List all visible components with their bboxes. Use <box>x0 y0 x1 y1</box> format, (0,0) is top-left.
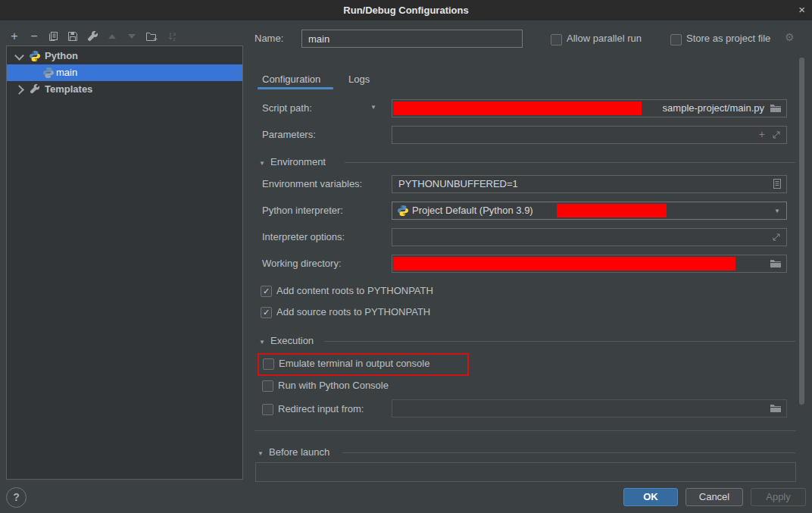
help-icon: ? <box>13 491 20 503</box>
save-configuration-button[interactable] <box>64 28 81 45</box>
before-launch-collapse-icon[interactable]: ▼ <box>258 450 264 457</box>
wrench-icon <box>30 84 40 95</box>
working-directory-input[interactable] <box>392 255 787 273</box>
execution-section-title[interactable]: Execution <box>270 335 314 346</box>
parameters-input[interactable]: + <box>392 126 787 144</box>
folder-icon[interactable] <box>770 103 782 113</box>
tab-configuration[interactable]: Configuration <box>262 74 320 85</box>
copy-icon <box>48 31 58 42</box>
interpreter-options-input[interactable] <box>392 228 787 246</box>
vertical-scrollbar-thumb[interactable] <box>799 58 804 405</box>
redaction-block <box>557 204 667 217</box>
emulate-terminal-checkbox[interactable] <box>263 358 274 370</box>
environment-section-collapse-icon[interactable]: ▼ <box>259 160 265 167</box>
environment-variables-label: Environment variables: <box>262 178 362 189</box>
plus-icon: + <box>11 29 17 44</box>
redirect-input-checkbox[interactable] <box>262 404 273 415</box>
active-tab-underline <box>258 87 333 89</box>
apply-button[interactable]: Apply <box>751 488 806 506</box>
folder-icon[interactable] <box>770 403 782 413</box>
execution-section-collapse-icon[interactable]: ▼ <box>259 339 265 346</box>
section-divider <box>324 341 795 342</box>
parameters-label: Parameters: <box>262 129 316 140</box>
minus-icon: − <box>30 29 37 44</box>
move-down-icon <box>128 34 136 39</box>
browse-variables-icon[interactable] <box>773 178 782 189</box>
python-icon <box>397 205 409 217</box>
tree-item-python-group[interactable]: Python <box>7 48 242 64</box>
copy-configuration-button[interactable] <box>45 28 61 45</box>
add-content-roots-checkbox[interactable] <box>261 286 272 297</box>
tree-item-main-selected[interactable]: main <box>7 64 242 81</box>
content-divider <box>255 430 796 431</box>
expand-field-icon[interactable] <box>772 130 781 139</box>
edit-templates-button[interactable] <box>84 28 101 45</box>
script-path-label: Script path: <box>262 102 312 114</box>
script-path-input[interactable]: sample-project/main.py <box>392 99 787 117</box>
chevron-down-icon[interactable] <box>14 51 24 61</box>
name-label: Name: <box>255 33 283 44</box>
emulate-terminal-label[interactable]: Emulate terminal in output console <box>279 358 429 369</box>
redaction-block <box>393 257 735 271</box>
python-interpreter-label: Python interpreter: <box>262 205 343 216</box>
move-up-icon <box>108 34 116 39</box>
folder-icon[interactable] <box>770 258 782 268</box>
store-as-project-file-label[interactable]: Store as project file <box>686 33 770 44</box>
move-down-button[interactable] <box>123 28 140 45</box>
add-source-roots-checkbox[interactable] <box>261 307 272 318</box>
store-as-project-file-checkbox[interactable] <box>670 34 682 45</box>
svg-text:z: z <box>173 36 176 42</box>
sort-configurations-button[interactable]: a z <box>164 28 181 45</box>
svg-text:a: a <box>173 31 176 36</box>
run-with-python-console-label[interactable]: Run with Python Console <box>278 380 389 391</box>
working-directory-label: Working directory: <box>262 258 342 269</box>
section-divider <box>345 162 795 163</box>
interpreter-dropdown-icon[interactable]: ▼ <box>774 208 780 214</box>
add-content-roots-label[interactable]: Add content roots to PYTHONPATH <box>276 285 433 296</box>
wrench-icon <box>87 31 98 42</box>
tab-logs[interactable]: Logs <box>348 74 370 85</box>
tree-item-label: Templates <box>45 83 92 95</box>
create-new-folder-button[interactable] <box>143 28 160 45</box>
run-with-python-console-checkbox[interactable] <box>262 380 273 392</box>
before-launch-task-list[interactable] <box>255 462 796 482</box>
run-debug-configurations-dialog: Run/Debug Configurations × + − <box>0 0 812 513</box>
environment-variables-input[interactable]: PYTHONUNBUFFERED=1 <box>392 175 787 193</box>
environment-variables-value: PYTHONUNBUFFERED=1 <box>398 178 518 189</box>
gear-icon[interactable]: ⚙ <box>785 31 795 43</box>
redirect-input-label[interactable]: Redirect input from: <box>278 403 364 414</box>
add-macro-icon[interactable]: + <box>759 128 765 140</box>
title-bar: Run/Debug Configurations × <box>0 0 812 20</box>
tree-item-label: Python <box>45 50 78 61</box>
chevron-right-icon[interactable] <box>14 85 24 95</box>
dialog-title: Run/Debug Configurations <box>0 0 812 20</box>
add-source-roots-label[interactable]: Add source roots to PYTHONPATH <box>276 306 430 317</box>
cancel-button[interactable]: Cancel <box>686 488 743 506</box>
redirect-input-file-input[interactable] <box>392 399 787 418</box>
name-input[interactable] <box>301 30 523 48</box>
close-icon[interactable]: × <box>798 0 805 20</box>
before-launch-section-title[interactable]: Before launch <box>269 446 329 458</box>
allow-parallel-run-checkbox[interactable] <box>551 34 562 45</box>
python-interpreter-combobox[interactable]: Project Default (Python 3.9) ▼ <box>392 202 787 220</box>
move-up-button[interactable] <box>104 28 120 45</box>
interpreter-options-label: Interpreter options: <box>262 231 345 242</box>
python-icon <box>29 50 41 62</box>
allow-parallel-run-label[interactable]: Allow parallel run <box>567 33 642 44</box>
section-divider <box>342 452 795 453</box>
save-icon <box>67 31 78 42</box>
tree-item-templates-group[interactable]: Templates <box>7 81 242 98</box>
script-path-dropdown-icon[interactable]: ▼ <box>370 104 376 111</box>
remove-configuration-button[interactable]: − <box>26 28 42 45</box>
help-button[interactable]: ? <box>6 487 27 508</box>
add-configuration-button[interactable]: + <box>6 28 23 45</box>
ok-button[interactable]: OK <box>623 488 678 506</box>
tree-item-label: main <box>56 67 77 78</box>
python-interpreter-value: Project Default (Python 3.9) <box>412 205 533 216</box>
expand-field-icon[interactable] <box>772 233 781 242</box>
script-path-value: sample-project/main.py <box>663 102 764 114</box>
environment-section-title[interactable]: Environment <box>270 156 326 167</box>
python-icon <box>42 67 55 79</box>
redaction-block <box>393 102 642 115</box>
configurations-tree: Python main Templates <box>6 45 243 480</box>
